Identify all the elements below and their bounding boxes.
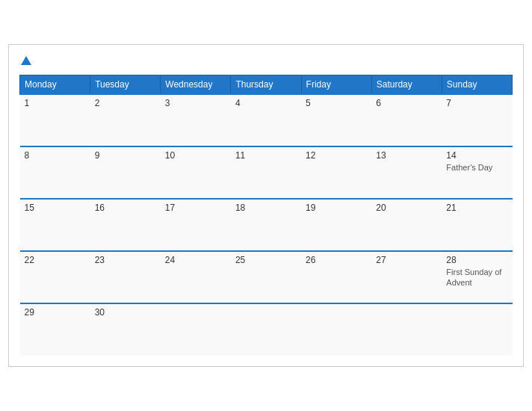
calendar-day-cell: 11 bbox=[231, 146, 301, 199]
weekday-header: Thursday bbox=[231, 75, 301, 95]
calendar-day-cell: 8 bbox=[20, 146, 90, 199]
calendar-table: MondayTuesdayWednesdayThursdayFridaySatu… bbox=[19, 75, 513, 356]
calendar-week-row: 2930 bbox=[20, 303, 513, 356]
weekday-header: Sunday bbox=[442, 75, 512, 95]
day-number: 2 bbox=[95, 98, 156, 108]
calendar-day-cell: 21 bbox=[442, 199, 512, 251]
logo-triangle-icon bbox=[21, 56, 31, 65]
calendar-week-row: 1234567 bbox=[20, 94, 513, 146]
calendar-day-cell: 19 bbox=[301, 199, 371, 251]
calendar-day-cell: 6 bbox=[371, 94, 442, 146]
day-number: 7 bbox=[446, 98, 507, 108]
calendar-day-cell: 10 bbox=[161, 146, 231, 199]
day-number: 27 bbox=[376, 255, 437, 265]
calendar-day-cell: 4 bbox=[231, 94, 301, 146]
weekday-header: Tuesday bbox=[90, 75, 161, 95]
calendar-day-cell bbox=[161, 303, 231, 356]
calendar-day-cell: 27 bbox=[371, 251, 442, 303]
calendar-day-cell: 16 bbox=[90, 199, 161, 251]
day-number: 17 bbox=[165, 203, 226, 213]
calendar-day-cell: 23 bbox=[90, 251, 161, 303]
day-number: 18 bbox=[235, 203, 297, 213]
calendar: MondayTuesdayWednesdayThursdayFridaySatu… bbox=[8, 44, 524, 367]
day-number: 13 bbox=[376, 150, 437, 161]
calendar-day-cell bbox=[301, 303, 371, 356]
day-number: 16 bbox=[95, 203, 156, 213]
weekday-header: Friday bbox=[301, 75, 371, 95]
calendar-day-cell: 3 bbox=[161, 94, 231, 146]
day-number: 23 bbox=[95, 255, 156, 265]
calendar-week-row: 15161718192021 bbox=[20, 199, 513, 251]
calendar-day-cell: 18 bbox=[231, 199, 301, 251]
calendar-day-cell bbox=[371, 303, 442, 356]
calendar-week-row: 22232425262728First Sunday of Advent bbox=[20, 251, 513, 303]
day-number: 8 bbox=[25, 150, 86, 161]
calendar-day-cell: 2 bbox=[90, 94, 161, 146]
weekday-header: Wednesday bbox=[161, 75, 231, 95]
calendar-day-cell: 1 bbox=[20, 94, 90, 146]
day-number: 26 bbox=[306, 255, 367, 265]
day-number: 29 bbox=[25, 307, 86, 318]
day-number: 22 bbox=[25, 255, 86, 265]
day-number: 15 bbox=[25, 203, 86, 213]
calendar-day-cell: 22 bbox=[20, 251, 90, 303]
calendar-day-cell: 14Father's Day bbox=[442, 146, 512, 199]
calendar-day-cell bbox=[231, 303, 301, 356]
calendar-day-cell: 13 bbox=[371, 146, 442, 199]
calendar-day-cell: 7 bbox=[442, 94, 512, 146]
day-number: 24 bbox=[165, 255, 226, 265]
calendar-day-cell: 26 bbox=[301, 251, 371, 303]
day-number: 28 bbox=[446, 255, 507, 265]
day-number: 4 bbox=[235, 98, 297, 108]
day-number: 12 bbox=[306, 150, 367, 161]
calendar-day-cell: 17 bbox=[161, 199, 231, 251]
calendar-header bbox=[19, 54, 513, 66]
calendar-day-cell: 24 bbox=[161, 251, 231, 303]
day-number: 21 bbox=[446, 203, 507, 213]
calendar-day-cell: 25 bbox=[231, 251, 301, 303]
calendar-thead: MondayTuesdayWednesdayThursdayFridaySatu… bbox=[20, 75, 513, 95]
calendar-day-cell bbox=[442, 303, 512, 356]
calendar-day-cell: 9 bbox=[90, 146, 161, 199]
calendar-day-cell: 15 bbox=[20, 199, 90, 251]
day-number: 14 bbox=[446, 150, 507, 161]
day-number: 5 bbox=[306, 98, 367, 108]
calendar-day-cell: 5 bbox=[301, 94, 371, 146]
calendar-tbody: 1234567891011121314Father's Day151617181… bbox=[20, 94, 513, 356]
weekday-header: Monday bbox=[20, 75, 90, 95]
calendar-day-cell: 20 bbox=[371, 199, 442, 251]
day-number: 10 bbox=[165, 150, 226, 161]
weekday-header: Saturday bbox=[371, 75, 442, 95]
calendar-day-cell: 30 bbox=[90, 303, 161, 356]
day-number: 3 bbox=[165, 98, 226, 108]
day-number: 25 bbox=[235, 255, 297, 265]
day-number: 6 bbox=[376, 98, 437, 108]
day-event: First Sunday of Advent bbox=[446, 268, 501, 287]
weekday-header-row: MondayTuesdayWednesdayThursdayFridaySatu… bbox=[20, 75, 513, 95]
day-number: 11 bbox=[235, 150, 297, 161]
logo bbox=[19, 54, 31, 66]
day-number: 19 bbox=[306, 203, 367, 213]
logo-top bbox=[19, 54, 31, 66]
calendar-week-row: 891011121314Father's Day bbox=[20, 146, 513, 199]
calendar-day-cell: 12 bbox=[301, 146, 371, 199]
day-event: Father's Day bbox=[446, 163, 492, 172]
day-number: 1 bbox=[25, 98, 86, 108]
day-number: 30 bbox=[95, 307, 156, 318]
day-number: 9 bbox=[95, 150, 156, 161]
calendar-day-cell: 29 bbox=[20, 303, 90, 356]
calendar-day-cell: 28First Sunday of Advent bbox=[442, 251, 512, 303]
day-number: 20 bbox=[376, 203, 437, 213]
